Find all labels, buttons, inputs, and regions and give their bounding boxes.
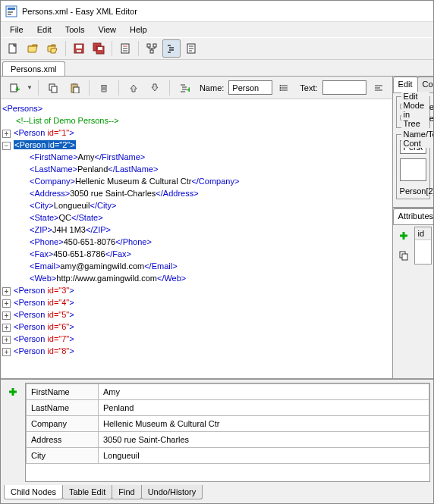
main-toolbar bbox=[1, 37, 433, 60]
svg-rect-3 bbox=[8, 14, 11, 15]
text-view-button[interactable] bbox=[182, 39, 200, 58]
svg-rect-58 bbox=[402, 254, 407, 260]
move-down-button[interactable] bbox=[146, 79, 164, 97]
tab-copypaste[interactable]: Copy/Paste bbox=[417, 77, 433, 92]
node-path: Person[2] bbox=[400, 186, 426, 196]
document-tab[interactable]: Persons.xml bbox=[2, 61, 65, 76]
new-file-button[interactable] bbox=[4, 39, 22, 58]
move-up-button[interactable] bbox=[124, 79, 143, 97]
svg-rect-36 bbox=[73, 83, 76, 85]
open-file-button[interactable] bbox=[24, 39, 42, 58]
name-label: Name: bbox=[200, 83, 224, 92]
save-button[interactable] bbox=[70, 39, 88, 58]
indent-button[interactable]: + bbox=[175, 79, 193, 97]
tab-child-nodes[interactable]: Child Nodes bbox=[4, 485, 63, 499]
open-folder-button[interactable] bbox=[43, 39, 61, 58]
expand-icon[interactable]: + bbox=[2, 324, 11, 332]
expand-icon[interactable]: + bbox=[2, 130, 11, 138]
svg-rect-34 bbox=[52, 86, 57, 92]
name-input[interactable] bbox=[228, 80, 272, 95]
svg-rect-7 bbox=[76, 45, 82, 49]
expand-icon[interactable]: + bbox=[2, 299, 11, 308]
svg-rect-8 bbox=[77, 50, 81, 52]
paste-button[interactable] bbox=[65, 79, 83, 97]
table-row[interactable]: Address3050 rue Saint-Charles bbox=[27, 432, 429, 448]
tab-edit[interactable]: Edit bbox=[393, 77, 418, 92]
source-view-button[interactable] bbox=[162, 39, 181, 58]
table-row[interactable]: FirstNameAmy bbox=[27, 384, 429, 400]
list-icon[interactable] bbox=[275, 79, 294, 97]
child-nodes-grid[interactable]: FirstNameAmyLastNamePenlandCompanyHellen… bbox=[25, 383, 430, 482]
svg-rect-11 bbox=[98, 47, 102, 50]
tab-undo-history[interactable]: Undo/History bbox=[141, 485, 203, 499]
tab-attributes[interactable]: Attributes bbox=[393, 208, 433, 224]
menu-view[interactable]: View bbox=[92, 23, 122, 36]
svg-rect-16 bbox=[147, 44, 150, 47]
right-panel: Edit Copy/Paste Edit Mode in Tree Name T… bbox=[393, 77, 433, 378]
expand-icon[interactable]: + bbox=[2, 311, 11, 320]
svg-point-49 bbox=[280, 85, 281, 86]
add-row-button[interactable] bbox=[4, 383, 22, 401]
text-label: Text: bbox=[300, 83, 317, 92]
new-node-button[interactable]: + bbox=[5, 79, 24, 97]
expand-icon[interactable]: + bbox=[2, 336, 11, 344]
save-all-button[interactable] bbox=[90, 39, 108, 58]
svg-rect-37 bbox=[74, 87, 79, 93]
xml-tree[interactable]: <Persons><!--List of Demo Persons-->+<Pe… bbox=[1, 99, 392, 378]
titlebar: Persons.xml - Easy XML Editor bbox=[1, 1, 433, 22]
window-title: Persons.xml - Easy XML Editor bbox=[22, 7, 137, 16]
copy-attr-button[interactable] bbox=[395, 246, 413, 265]
align-icon[interactable] bbox=[370, 79, 388, 97]
attributes-table[interactable]: id bbox=[414, 227, 432, 265]
add-attr-button[interactable] bbox=[395, 227, 413, 245]
svg-point-51 bbox=[280, 89, 281, 91]
text-value-input[interactable] bbox=[400, 158, 426, 181]
table-row[interactable]: LastNamePenland bbox=[27, 400, 429, 416]
svg-rect-17 bbox=[153, 44, 156, 47]
expand-icon[interactable]: + bbox=[2, 287, 11, 296]
app-icon bbox=[5, 5, 17, 17]
document-tabs: Persons.xml bbox=[1, 60, 433, 77]
menu-help[interactable]: Help bbox=[124, 23, 153, 36]
svg-rect-18 bbox=[150, 50, 153, 53]
svg-rect-2 bbox=[8, 11, 13, 13]
menubar: File Edit Tools View Help bbox=[1, 22, 433, 37]
copy-button[interactable] bbox=[44, 79, 62, 97]
name-text-fieldset: Name/Text Cont Person[2] bbox=[396, 134, 430, 199]
expand-icon[interactable]: + bbox=[2, 348, 11, 356]
expand-icon[interactable]: − bbox=[2, 142, 11, 150]
svg-point-50 bbox=[280, 87, 281, 89]
doc-properties-button[interactable] bbox=[116, 39, 134, 58]
table-row[interactable]: CityLongueuil bbox=[27, 448, 429, 464]
svg-text:+: + bbox=[15, 84, 20, 93]
menu-file[interactable]: File bbox=[4, 23, 30, 36]
edit-mode-fieldset: Edit Mode in Tree Name Te Name=Text bbox=[396, 96, 430, 128]
tab-table-edit[interactable]: Table Edit bbox=[62, 485, 112, 499]
delete-button[interactable] bbox=[95, 79, 113, 97]
text-input[interactable] bbox=[322, 80, 366, 95]
menu-tools[interactable]: Tools bbox=[59, 23, 91, 36]
tree-toolbar: + ▼ + Name: Text: bbox=[1, 77, 392, 99]
tab-find[interactable]: Find bbox=[112, 485, 141, 499]
menu-edit[interactable]: Edit bbox=[31, 23, 58, 36]
table-row[interactable]: CompanyHellenic Museum & Cultural Ctr bbox=[27, 416, 429, 432]
svg-text:+: + bbox=[187, 85, 190, 93]
tree-view-button[interactable] bbox=[143, 39, 161, 58]
svg-rect-1 bbox=[8, 8, 15, 10]
